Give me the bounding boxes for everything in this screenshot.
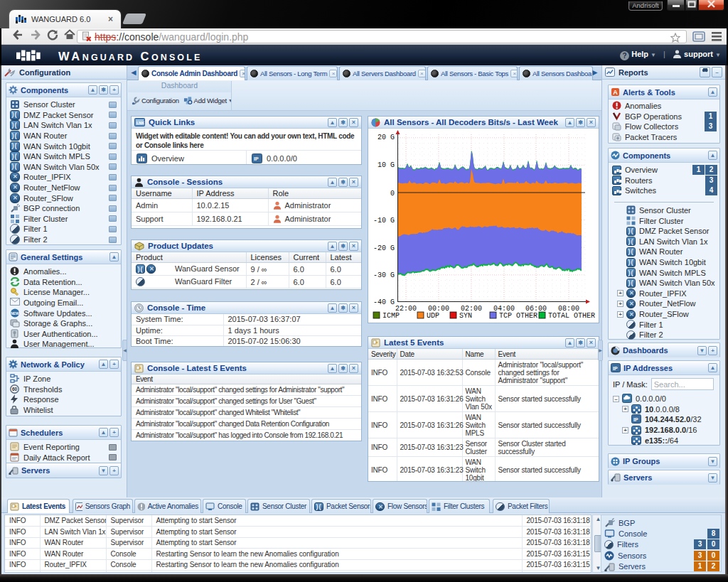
svg-text:20 G: 20 G [378,134,395,141]
svg-text:UDP: UDP [427,312,439,320]
svg-text:TOTAL OTHER: TOTAL OTHER [548,312,595,320]
svg-text:ICMP: ICMP [382,312,400,320]
svg-text:0: 0 [390,190,395,198]
svg-text:-30 G: -30 G [373,271,395,279]
svg-text:A: A [613,89,618,96]
svg-text:IP: IP [254,156,259,161]
svg-text:SYN: SYN [459,312,472,320]
svg-text:LNK: LNK [136,121,144,125]
svg-text:NEW: NEW [11,311,19,315]
svg-text:10 G: 10 G [378,161,395,169]
svg-text:IP: IP [613,366,618,371]
svg-text:-40 G: -40 G [373,298,395,306]
svg-text:TCP OTHER: TCP OTHER [499,312,537,320]
svg-text:-20 G: -20 G [373,244,395,252]
svg-text:-10 G: -10 G [373,217,395,225]
svg-text:60: 60 [12,387,18,392]
svg-text:IP: IP [633,417,638,422]
